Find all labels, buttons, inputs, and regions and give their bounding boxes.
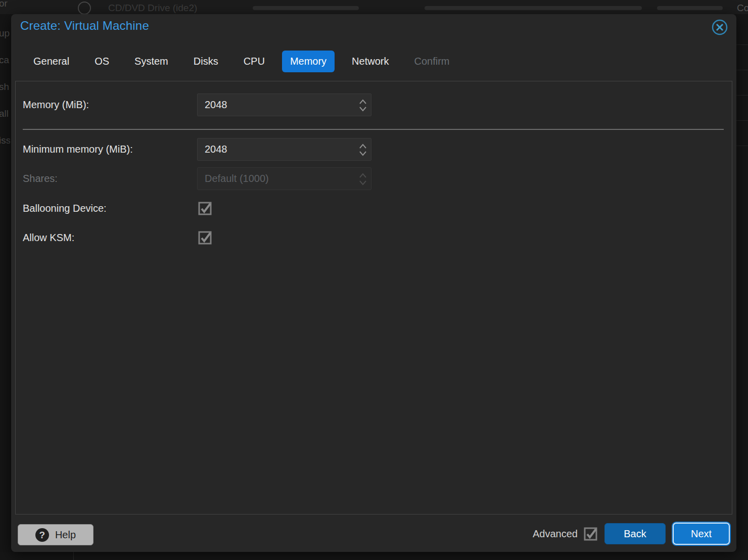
tab-network[interactable]: Network: [344, 51, 397, 72]
tab-cpu[interactable]: CPU: [236, 51, 273, 72]
tab-os[interactable]: OS: [86, 51, 117, 72]
footer-actions: Advanced Back Next: [533, 522, 730, 545]
memory-label: Memory (MiB):: [23, 94, 89, 116]
backdrop-row-text: CD/DVD Drive (ide2): [108, 3, 197, 14]
tab-confirm: Confirm: [406, 51, 457, 72]
minimum-memory-label: Minimum memory (MiB):: [23, 138, 133, 161]
wizard-tab-bar: General OS System Disks CPU Memory Netwo…: [25, 51, 457, 72]
ksm-row: Allow KSM:: [23, 231, 724, 245]
radio-button-icon: [78, 2, 91, 14]
memory-form-panel: Memory (MiB): Minimum memory (MiB):: [15, 81, 732, 515]
dialog-footer: ? Help Advanced Back Next: [11, 515, 736, 552]
ksm-checkbox[interactable]: [198, 231, 212, 245]
spinner-arrows-icon: [359, 172, 367, 188]
ballooning-label: Ballooning Device:: [23, 202, 107, 215]
backdrop-right-table: Co: [736, 0, 748, 560]
nav-fragment: or: [0, 0, 8, 9]
checkmark-icon: [198, 202, 212, 215]
spinner-arrows-icon[interactable]: [359, 143, 367, 159]
spinner-arrows-icon[interactable]: [359, 99, 367, 114]
table-header-fragment: Co: [737, 3, 748, 14]
section-divider: [23, 129, 724, 130]
tab-memory[interactable]: Memory: [282, 51, 335, 72]
tab-disks[interactable]: Disks: [185, 51, 226, 72]
advanced-checkbox[interactable]: [584, 527, 597, 541]
nav-fragment: sh: [0, 81, 9, 92]
shares-spinner: [197, 167, 371, 190]
ballooning-checkbox[interactable]: [198, 202, 212, 215]
memory-input[interactable]: [198, 94, 371, 116]
nav-fragment: all: [0, 108, 9, 119]
nav-fragment: iss: [0, 135, 10, 146]
checkmark-icon: [584, 527, 597, 541]
shares-label: Shares:: [23, 167, 58, 190]
advanced-label: Advanced: [533, 528, 578, 540]
checkmark-icon: [198, 231, 212, 245]
memory-spinner: [197, 94, 371, 116]
backdrop-app-strip: CD/DVD Drive (ide2): [0, 0, 748, 14]
ksm-label: Allow KSM:: [23, 231, 74, 245]
help-button[interactable]: ? Help: [18, 524, 93, 545]
backdrop-blur-bar: [657, 6, 723, 10]
help-button-label: Help: [55, 529, 76, 541]
close-icon[interactable]: [711, 19, 728, 36]
backdrop-blur-bar: [253, 6, 359, 10]
next-button[interactable]: Next: [673, 523, 730, 545]
ballooning-row: Ballooning Device:: [23, 202, 724, 215]
minimum-memory-spinner: [197, 138, 371, 161]
shares-input: [198, 168, 371, 190]
nav-fragment: ca: [0, 55, 9, 66]
backdrop-left-nav: or up ca sh all iss: [0, 0, 10, 560]
minimum-memory-input[interactable]: [198, 138, 371, 160]
tab-general[interactable]: General: [25, 51, 77, 72]
tab-system[interactable]: System: [126, 51, 176, 72]
back-button[interactable]: Back: [604, 523, 666, 544]
create-vm-dialog: Create: Virtual Machine General OS Syste…: [11, 14, 736, 552]
nav-fragment: up: [0, 28, 10, 39]
backdrop-blur-bar: [425, 6, 642, 10]
question-mark-icon: ?: [35, 528, 49, 542]
memory-row: Memory (MiB):: [23, 94, 724, 116]
minimum-memory-row: Minimum memory (MiB):: [23, 138, 724, 161]
dialog-title: Create: Virtual Machine: [20, 19, 149, 33]
backdrop-bottom-strip: [0, 552, 748, 560]
shares-row: Shares:: [23, 167, 724, 190]
